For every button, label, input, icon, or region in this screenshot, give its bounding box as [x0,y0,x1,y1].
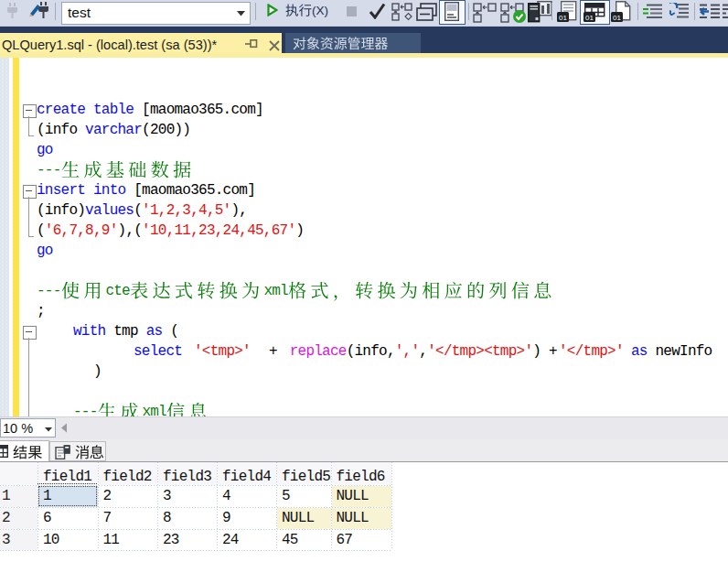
svg-text:01: 01 [585,14,594,22]
svg-text:01: 01 [613,14,621,22]
svg-text:01: 01 [559,14,567,22]
